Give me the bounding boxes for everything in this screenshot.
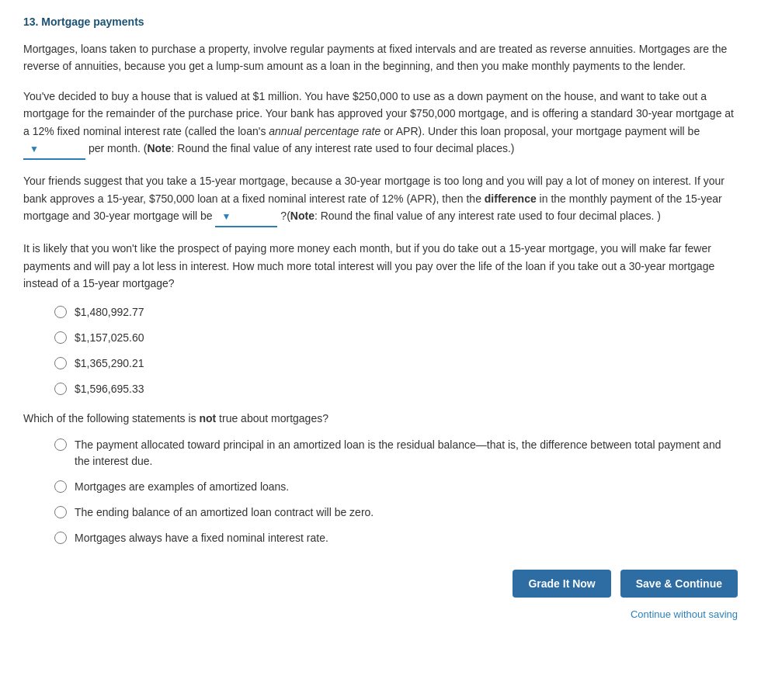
radio-statement-input-1[interactable]	[54, 438, 67, 451]
statement-text1: Which of the following statements is	[23, 412, 199, 425]
radio-group-interest: $1,480,992.77 $1,157,025.60 $1,365,290.2…	[54, 304, 738, 397]
dropdown-difference[interactable]: ▼	[215, 210, 277, 227]
continue-without-saving-link[interactable]: Continue without saving	[631, 608, 738, 620]
radio-statement-input-2[interactable]	[54, 480, 67, 493]
radio-label-4: $1,596,695.33	[75, 381, 144, 397]
dropdown-monthly-arrow: ▼	[30, 142, 39, 157]
radio-label-2: $1,157,025.60	[75, 330, 144, 346]
question-title: 13. Mortgage payments	[23, 16, 738, 28]
save-continue-button[interactable]: Save & Continue	[620, 570, 738, 598]
radio-statement-label-1: The payment allocated toward principal i…	[75, 437, 738, 470]
radio-statement-label-3: The ending balance of an amortized loan …	[75, 504, 374, 521]
paragraph-3-text3: ?(	[280, 210, 290, 222]
paragraph-4: It is likely that you won't like the pro…	[23, 240, 738, 292]
paragraph-2-note-bold: Note	[147, 142, 171, 154]
radio-group-statements: The payment allocated toward principal i…	[54, 437, 738, 546]
radio-statement-4[interactable]: Mortgages always have a fixed nominal in…	[54, 530, 738, 546]
radio-statement-input-3[interactable]	[54, 506, 67, 518]
radio-label-1: $1,480,992.77	[75, 304, 144, 321]
statement-text2: true about mortgages?	[216, 412, 328, 425]
paragraph-2-text4: : Round the final value of any interest …	[172, 142, 515, 154]
paragraph-3-text4: : Round the final value of any interest …	[314, 210, 661, 222]
radio-input-1[interactable]	[54, 306, 67, 318]
button-row: Grade It Now Save & Continue Continue wi…	[513, 570, 738, 620]
radio-statement-label-4: Mortgages always have a fixed nominal in…	[75, 530, 328, 546]
paragraph-2-text3: per month. (	[89, 142, 147, 154]
main-buttons: Grade It Now Save & Continue	[513, 570, 738, 598]
statement-not-bold: not	[199, 412, 216, 425]
radio-statement-input-4[interactable]	[54, 532, 67, 544]
radio-statement-1[interactable]: The payment allocated toward principal i…	[54, 437, 738, 470]
paragraph-2: You've decided to buy a house that is va…	[23, 88, 738, 160]
button-area: Grade It Now Save & Continue Continue wi…	[23, 570, 738, 620]
radio-statement-2[interactable]: Mortgages are examples of amortized loan…	[54, 479, 738, 495]
paragraph-3-note-bold: Note	[290, 210, 314, 222]
radio-label-3: $1,365,290.21	[75, 355, 144, 372]
radio-option-2[interactable]: $1,157,025.60	[54, 330, 738, 346]
radio-input-2[interactable]	[54, 331, 67, 344]
radio-statement-3[interactable]: The ending balance of an amortized loan …	[54, 504, 738, 521]
radio-option-3[interactable]: $1,365,290.21	[54, 355, 738, 372]
paragraph-1: Mortgages, loans taken to purchase a pro…	[23, 40, 738, 75]
paragraph-3: Your friends suggest that you take a 15-…	[23, 172, 738, 227]
statement-label: Which of the following statements is not…	[23, 410, 738, 427]
dropdown-difference-arrow: ▼	[221, 210, 231, 224]
paragraph-2-italic: annual percentage rate	[269, 125, 380, 137]
radio-statement-label-2: Mortgages are examples of amortized loan…	[75, 479, 289, 495]
radio-input-3[interactable]	[54, 357, 67, 369]
radio-input-4[interactable]	[54, 383, 67, 395]
radio-option-1[interactable]: $1,480,992.77	[54, 304, 738, 321]
paragraph-2-text2: or APR). Under this loan proposal, your …	[380, 125, 700, 137]
radio-option-4[interactable]: $1,596,695.33	[54, 381, 738, 397]
paragraph-3-bold: difference	[485, 192, 537, 205]
grade-it-now-button[interactable]: Grade It Now	[513, 570, 610, 598]
dropdown-monthly-payment[interactable]: ▼	[23, 142, 85, 160]
